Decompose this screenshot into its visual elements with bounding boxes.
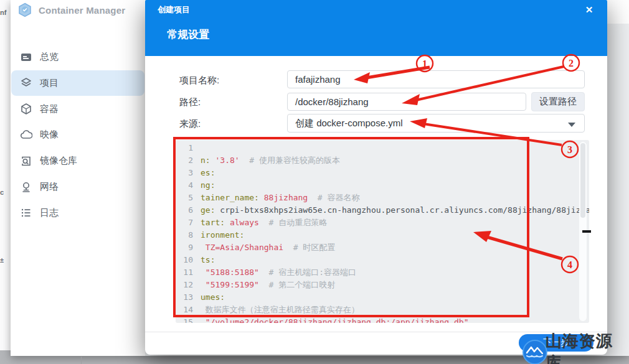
- background-text-fragment: ±: [0, 256, 4, 264]
- image-icon: [20, 129, 32, 141]
- code-line-14: 14 数据库文件（注意宿主机路径需真实存在）: [179, 304, 589, 316]
- set-path-button[interactable]: 设置路径: [531, 92, 585, 111]
- code-line-3: 3es:: [179, 167, 589, 179]
- registry-icon: [20, 155, 32, 167]
- background-window-divider: [81, 357, 82, 364]
- path-label: 路径:: [179, 96, 201, 108]
- compose-yaml-editor[interactable]: 12n: '3.8' # 使用兼容性较高的版本3es:4ng:5tainer_n…: [176, 140, 589, 323]
- sidebar-item-label: 总览: [40, 51, 59, 63]
- sidebar-item-registry[interactable]: 镜像仓库: [11, 148, 144, 174]
- line-number: 4: [179, 179, 193, 192]
- code-line-10: 10ts:: [179, 254, 589, 266]
- project-name-value: fafajizhang: [295, 74, 341, 85]
- sidebar-item-container[interactable]: 容器: [11, 96, 144, 122]
- sidebar-item-label: 容器: [40, 103, 59, 115]
- code-segment-str: always: [225, 218, 259, 227]
- code-segment-key: es:: [201, 168, 215, 177]
- line-number: 1: [179, 142, 193, 154]
- code-segment-key: ge:: [201, 205, 215, 215]
- app-header: Container Manager: [11, 0, 145, 20]
- code-line-4: 4ng:: [179, 179, 589, 192]
- path-input[interactable]: /docker/88jizhang: [287, 93, 526, 111]
- screen: nfc± Container Manager 总览项目容器映像镜像仓库网络日志 …: [0, 0, 629, 364]
- sidebar-item-label: 日志: [40, 207, 59, 219]
- line-number: 10: [179, 254, 193, 266]
- source-label: 来源:: [179, 118, 201, 130]
- dialog-title: 创建项目: [158, 4, 190, 16]
- code-segment-str: "5188:5188": [201, 268, 259, 277]
- code-line-13: 13umes:: [179, 291, 589, 304]
- sidebar: 总览项目容器映像镜像仓库网络日志: [11, 19, 145, 356]
- code-segment-str: "/volume2/docker/88jizhang/jizhang.db:/a…: [201, 317, 468, 323]
- background-edge-strip: nfc±: [0, 0, 11, 350]
- code-line-12: 12 "5199:5199" # 第二个端口映射: [179, 279, 589, 291]
- chevron-down-icon: [568, 123, 575, 127]
- code-line-15: 15 "/volume2/docker/88jizhang/jizhang.db…: [179, 316, 589, 323]
- sidebar-item-network[interactable]: 网络: [11, 174, 144, 200]
- project-name-input[interactable]: fafajizhang: [287, 70, 585, 88]
- watermark-logo-icon: [522, 339, 548, 364]
- line-number: 3: [179, 167, 193, 179]
- container-manager-logo-icon: [17, 2, 32, 17]
- code-line-8: 8ironment:: [179, 229, 589, 241]
- app-title: Container Manager: [39, 5, 125, 16]
- path-value: /docker/88jizhang: [295, 96, 369, 107]
- background-text-fragment: nf: [0, 9, 6, 16]
- code-segment-comment: # 第二个端口映射: [259, 280, 335, 289]
- source-selected-value: 创建 docker-compose.yml: [295, 118, 403, 129]
- code-segment-comment: # 时区配置: [283, 243, 335, 252]
- line-number: 11: [179, 266, 193, 279]
- line-number: 8: [179, 229, 193, 241]
- code-line-5: 5tainer_name: 88jizhang # 容器名称: [179, 192, 589, 204]
- code-segment-key: tainer_name:: [201, 193, 259, 202]
- overview-icon: [20, 51, 32, 63]
- watermark: 山海资源库: [522, 330, 629, 364]
- code-line-11: 11 "5188:5188" # 宿主机端口:容器端口: [179, 266, 589, 279]
- create-project-dialog: 创建项目 ✕ 常规设置 项目名称: fafajizhang 路径: /docke…: [145, 0, 607, 355]
- code-segment-plain: crpi-btxs8xhps2iaw65e.cn-hangzhou.person…: [215, 205, 589, 215]
- container-icon: [20, 103, 32, 115]
- code-segment-comment: # 容器名称: [308, 193, 359, 202]
- code-segment-key: ts:: [201, 255, 215, 264]
- code-segment-key: n:: [201, 156, 210, 165]
- sidebar-item-logs[interactable]: 日志: [11, 200, 144, 226]
- line-number: 2: [179, 154, 193, 167]
- line-number: 14: [179, 304, 193, 316]
- code-segment-key: ng:: [201, 180, 215, 190]
- watermark-text: 山海资源库: [546, 330, 629, 364]
- dialog-header: 创建项目 ✕ 常规设置: [145, 0, 607, 56]
- code-line-7: 7tart: always # 自动重启策略: [179, 217, 589, 229]
- code-segment-comment: # 使用兼容性较高的版本: [240, 156, 340, 165]
- code-line-9: 9 TZ=Asia/Shanghai # 时区配置: [179, 241, 589, 254]
- editor-scrollbar-thumb[interactable]: [580, 143, 585, 218]
- code-line-6: 6ge: crpi-btxs8xhps2iaw65e.cn-hangzhou.p…: [179, 204, 589, 217]
- code-segment-comment: # 自动重启策略: [259, 218, 327, 227]
- sidebar-item-image[interactable]: 映像: [11, 122, 144, 147]
- line-number: 12: [179, 279, 193, 291]
- sidebar-item-label: 镜像仓库: [40, 155, 77, 167]
- close-icon[interactable]: ✕: [582, 3, 596, 17]
- network-icon: [20, 181, 32, 194]
- line-number: 5: [179, 192, 193, 204]
- line-number: 7: [179, 217, 193, 229]
- code-segment-str: "5199:5199": [201, 280, 259, 289]
- code-line-2: 2n: '3.8' # 使用兼容性较高的版本: [179, 154, 589, 167]
- sidebar-item-label: 映像: [40, 129, 59, 141]
- sidebar-item-overview[interactable]: 总览: [11, 44, 144, 70]
- source-select[interactable]: 创建 docker-compose.yml: [287, 114, 585, 133]
- line-number: 6: [179, 204, 193, 217]
- code-segment-comment: # 宿主机端口:容器端口: [259, 268, 356, 277]
- code-segment-str: '3.8': [210, 156, 240, 165]
- line-number: 9: [179, 241, 193, 254]
- editor-resize-mark: [582, 230, 591, 233]
- code-line-1: 1: [179, 142, 589, 154]
- background-text-fragment: c: [0, 189, 4, 196]
- project-name-label: 项目名称:: [179, 75, 219, 86]
- section-title: 常规设置: [167, 27, 209, 42]
- logs-icon: [20, 207, 32, 219]
- code-segment-key: ironment:: [201, 230, 244, 240]
- line-number: 15: [179, 316, 193, 323]
- sidebar-item-projects[interactable]: 项目: [11, 70, 144, 96]
- code-segment-str: 88jizhang: [259, 193, 308, 202]
- projects-icon: [20, 77, 32, 89]
